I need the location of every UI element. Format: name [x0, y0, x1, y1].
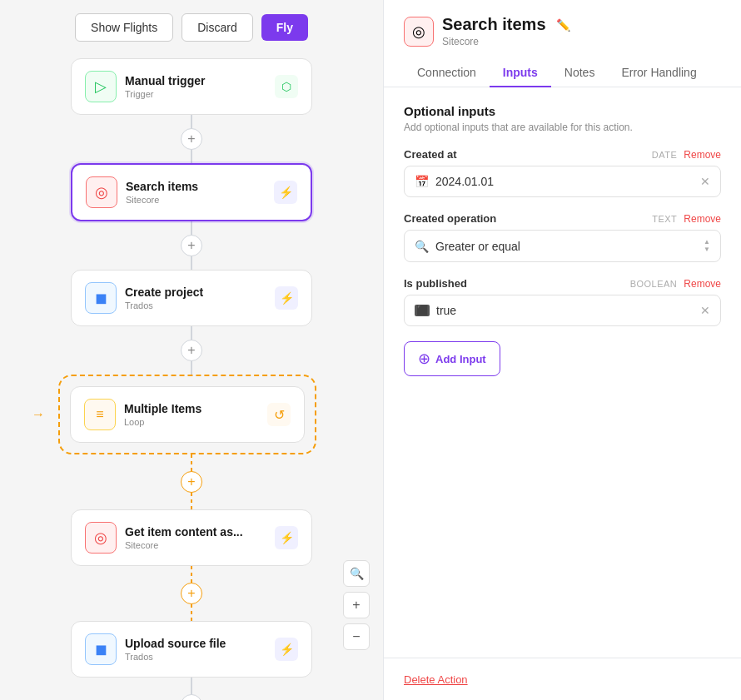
- connector-1: +: [181, 115, 202, 163]
- node-multiple-items-subtitle: Loop: [124, 417, 201, 427]
- edit-icon[interactable]: ✏️: [556, 18, 570, 32]
- is-published-field[interactable]: ⬛ true ✕: [404, 295, 721, 326]
- search-items-badge: ⚡: [274, 181, 297, 204]
- sitecore-icon-1: ◎: [86, 176, 117, 208]
- zoom-search-button[interactable]: 🔍: [343, 560, 370, 587]
- sitecore-icon-2: ◎: [85, 522, 117, 554]
- created-at-label: Created at: [404, 148, 457, 161]
- panel-sitecore-icon: ◎: [404, 17, 434, 47]
- node-upload-source-subtitle: Trados: [125, 652, 226, 662]
- created-at-value: 2024.01.01: [435, 175, 694, 188]
- right-panel: ◎ Search items ✏️ Sitecore Connection In…: [383, 0, 741, 700]
- node-create-project-title: Create project: [125, 285, 203, 299]
- trigger-badge: ⬡: [275, 75, 298, 98]
- add-btn-3[interactable]: +: [181, 340, 202, 361]
- created-at-field[interactable]: 📅 2024.01.01 ✕: [404, 166, 721, 197]
- trados-icon-2: ◼: [85, 633, 117, 665]
- connector-6: +: [181, 678, 202, 700]
- panel-body: Optional inputs Add optional inputs that…: [384, 87, 741, 658]
- add-input-icon: ⊕: [418, 350, 430, 368]
- connector-4: +: [181, 454, 202, 509]
- is-published-type: BOOLEAN: [630, 279, 678, 289]
- loop-arrow-icon: →: [32, 407, 45, 422]
- created-operation-type: TEXT: [652, 214, 677, 224]
- add-input-button[interactable]: ⊕ Add Input: [404, 341, 500, 376]
- node-get-item-content-title: Get item content as...: [125, 525, 243, 539]
- optional-inputs-title: Optional inputs: [404, 104, 721, 118]
- create-project-badge: ⚡: [275, 286, 298, 310]
- node-manual-trigger-title: Manual trigger: [125, 74, 205, 87]
- node-multiple-items-title: Multiple Items: [124, 402, 201, 415]
- field-is-published: Is published BOOLEAN Remove ⬛ true ✕: [404, 277, 721, 326]
- zoom-out-button[interactable]: −: [343, 623, 370, 650]
- add-btn-2[interactable]: +: [181, 235, 202, 256]
- tab-notes[interactable]: Notes: [551, 59, 609, 87]
- show-flights-button[interactable]: Show Flights: [75, 13, 173, 42]
- created-at-clear[interactable]: ✕: [700, 175, 710, 188]
- discard-button[interactable]: Discard: [182, 13, 252, 42]
- flow-container: ▷ Manual trigger Trigger ⬡ + ◎ Search it…: [0, 58, 383, 700]
- node-create-project[interactable]: ◼ Create project Trados ⚡: [71, 270, 312, 326]
- created-operation-value: Greater or equal: [435, 240, 694, 253]
- is-published-label: Is published: [404, 277, 467, 290]
- field-created-operation: Created operation TEXT Remove 🔍 Greater …: [404, 212, 721, 262]
- tab-inputs[interactable]: Inputs: [490, 59, 551, 87]
- calendar-icon: 📅: [415, 175, 429, 188]
- toolbar: Show Flights Discard Fly: [75, 13, 308, 42]
- delete-action-button[interactable]: Delete Action: [404, 673, 468, 686]
- tabs: Connection Inputs Notes Error Handling: [404, 59, 721, 87]
- search-field-icon: 🔍: [415, 240, 429, 253]
- panel-header: ◎ Search items ✏️ Sitecore Connection In…: [384, 0, 741, 87]
- fly-button[interactable]: Fly: [261, 14, 308, 41]
- add-btn-1[interactable]: +: [181, 128, 202, 150]
- trados-icon-1: ◼: [85, 282, 117, 314]
- trigger-icon: ▷: [85, 71, 117, 102]
- created-operation-remove[interactable]: Remove: [684, 213, 721, 225]
- panel-subtitle: Sitecore: [442, 36, 570, 47]
- tab-error-handling[interactable]: Error Handling: [608, 59, 709, 87]
- panel-title: Search items: [442, 15, 546, 34]
- node-search-items[interactable]: ◎ Search items Sitecore ⚡: [71, 163, 312, 221]
- node-upload-source-title: Upload source file: [125, 637, 226, 650]
- spinner-control[interactable]: ▲ ▼: [704, 239, 710, 253]
- get-item-badge: ⚡: [275, 526, 298, 549]
- loop-badge: ↺: [267, 403, 291, 426]
- connector-2: +: [181, 221, 202, 270]
- node-manual-trigger-subtitle: Trigger: [125, 89, 205, 99]
- connector-5: +: [181, 566, 202, 621]
- zoom-controls: 🔍 + −: [343, 560, 370, 650]
- created-operation-field[interactable]: 🔍 Greater or equal ▲ ▼: [404, 230, 721, 262]
- loop-icon: ≡: [84, 399, 116, 430]
- upload-badge: ⚡: [275, 638, 298, 661]
- node-get-item-content[interactable]: ◎ Get item content as... Sitecore ⚡: [71, 509, 312, 566]
- zoom-in-button[interactable]: +: [343, 592, 370, 618]
- node-create-project-subtitle: Trados: [125, 300, 203, 310]
- tab-connection[interactable]: Connection: [404, 59, 490, 87]
- loop-wrapper: → ≡ Multiple Items Loop ↺: [58, 375, 325, 454]
- node-search-items-title: Search items: [126, 180, 198, 193]
- is-published-value: true: [436, 304, 694, 317]
- node-search-items-subtitle: Sitecore: [126, 195, 198, 205]
- field-created-at: Created at DATE Remove 📅 2024.01.01 ✕: [404, 148, 721, 197]
- node-upload-source-file[interactable]: ◼ Upload source file Trados ⚡: [71, 621, 312, 678]
- created-at-remove[interactable]: Remove: [684, 149, 721, 161]
- node-multiple-items-loop[interactable]: ≡ Multiple Items Loop ↺: [58, 375, 316, 454]
- add-input-label: Add Input: [435, 353, 486, 365]
- is-published-remove[interactable]: Remove: [684, 278, 721, 290]
- connector-3: +: [181, 326, 202, 375]
- created-operation-label: Created operation: [404, 212, 496, 225]
- panel-footer: Delete Action: [384, 658, 741, 700]
- node-get-item-content-subtitle: Sitecore: [125, 540, 243, 550]
- add-btn-4[interactable]: +: [181, 471, 202, 493]
- left-panel: Show Flights Discard Fly ▷ Manual trigge…: [0, 0, 383, 700]
- add-btn-6[interactable]: +: [181, 694, 202, 700]
- boolean-icon: ⬛: [415, 305, 430, 316]
- add-btn-5[interactable]: +: [181, 583, 202, 604]
- optional-inputs-desc: Add optional inputs that are available f…: [404, 122, 721, 133]
- is-published-clear[interactable]: ✕: [700, 304, 710, 317]
- node-manual-trigger[interactable]: ▷ Manual trigger Trigger ⬡: [71, 58, 312, 115]
- created-at-type: DATE: [652, 150, 678, 160]
